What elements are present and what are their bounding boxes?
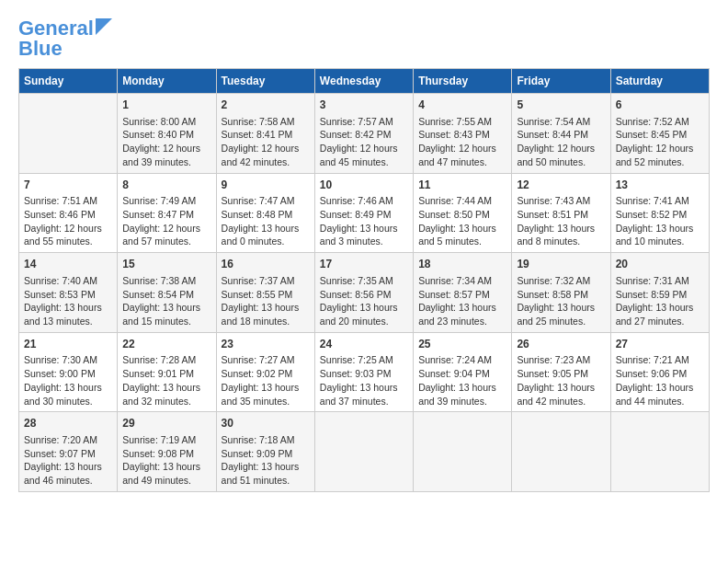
calendar-cell (19, 94, 118, 174)
day-header-monday: Monday (118, 69, 216, 94)
day-number: 25 (418, 337, 506, 352)
day-content: Sunrise: 7:27 AMSunset: 9:02 PMDaylight:… (222, 353, 310, 408)
logo: General Blue (18, 18, 112, 59)
day-number: 30 (222, 416, 310, 431)
calendar-header-row: SundayMondayTuesdayWednesdayThursdayFrid… (19, 69, 710, 94)
day-number: 20 (616, 257, 704, 272)
day-number: 17 (320, 257, 408, 272)
day-number: 26 (517, 337, 605, 352)
calendar-cell (414, 412, 512, 492)
calendar-cell: 10Sunrise: 7:46 AMSunset: 8:49 PMDayligh… (314, 173, 413, 253)
calendar-week-row: 21Sunrise: 7:30 AMSunset: 9:00 PMDayligh… (19, 332, 710, 412)
calendar-week-row: 7Sunrise: 7:51 AMSunset: 8:46 PMDaylight… (19, 173, 710, 253)
day-header-saturday: Saturday (610, 69, 709, 94)
day-number: 3 (320, 98, 408, 113)
day-content: Sunrise: 7:52 AMSunset: 8:45 PMDaylight:… (616, 115, 704, 169)
calendar-cell: 6Sunrise: 7:52 AMSunset: 8:45 PMDaylight… (610, 94, 709, 174)
day-content: Sunrise: 7:38 AMSunset: 8:54 PMDaylight:… (122, 274, 210, 328)
calendar-cell: 7Sunrise: 7:51 AMSunset: 8:46 PMDaylight… (19, 173, 118, 253)
calendar-cell: 17Sunrise: 7:35 AMSunset: 8:56 PMDayligh… (314, 253, 413, 333)
calendar-cell: 16Sunrise: 7:37 AMSunset: 8:55 PMDayligh… (216, 253, 314, 333)
day-number: 16 (222, 257, 310, 272)
day-content: Sunrise: 7:58 AMSunset: 8:41 PMDaylight:… (222, 115, 310, 169)
calendar-table: SundayMondayTuesdayWednesdayThursdayFrid… (18, 68, 710, 492)
calendar-cell: 14Sunrise: 7:40 AMSunset: 8:53 PMDayligh… (19, 253, 118, 333)
day-content: Sunrise: 7:49 AMSunset: 8:47 PMDaylight:… (122, 194, 210, 248)
calendar-cell: 9Sunrise: 7:47 AMSunset: 8:48 PMDaylight… (216, 173, 314, 253)
day-header-friday: Friday (512, 69, 610, 94)
calendar-cell: 18Sunrise: 7:34 AMSunset: 8:57 PMDayligh… (414, 253, 512, 333)
day-number: 18 (418, 257, 506, 272)
day-content: Sunrise: 7:55 AMSunset: 8:43 PMDaylight:… (418, 115, 506, 169)
day-number: 7 (24, 178, 112, 193)
day-number: 21 (24, 337, 112, 352)
day-number: 5 (517, 98, 605, 113)
day-number: 29 (122, 416, 210, 431)
calendar-cell: 27Sunrise: 7:21 AMSunset: 9:06 PMDayligh… (610, 332, 709, 412)
day-content: Sunrise: 7:19 AMSunset: 9:08 PMDaylight:… (122, 433, 210, 488)
day-number: 4 (418, 98, 506, 113)
day-header-sunday: Sunday (19, 69, 118, 94)
day-number: 2 (222, 98, 310, 113)
calendar-cell: 2Sunrise: 7:58 AMSunset: 8:41 PMDaylight… (216, 94, 314, 174)
day-content: Sunrise: 7:28 AMSunset: 9:01 PMDaylight:… (122, 353, 210, 408)
calendar-cell: 26Sunrise: 7:23 AMSunset: 9:05 PMDayligh… (512, 332, 610, 412)
calendar-cell: 3Sunrise: 7:57 AMSunset: 8:42 PMDaylight… (314, 94, 413, 174)
day-number: 19 (517, 257, 605, 272)
calendar-week-row: 1Sunrise: 8:00 AMSunset: 8:40 PMDaylight… (19, 94, 710, 174)
day-header-thursday: Thursday (414, 69, 512, 94)
day-content: Sunrise: 7:21 AMSunset: 9:06 PMDaylight:… (616, 353, 704, 408)
svg-marker-0 (96, 18, 112, 35)
day-content: Sunrise: 7:41 AMSunset: 8:52 PMDaylight:… (616, 194, 704, 248)
calendar-cell: 23Sunrise: 7:27 AMSunset: 9:02 PMDayligh… (216, 332, 314, 412)
calendar-cell: 25Sunrise: 7:24 AMSunset: 9:04 PMDayligh… (414, 332, 512, 412)
day-number: 14 (24, 257, 112, 272)
calendar-cell: 11Sunrise: 7:44 AMSunset: 8:50 PMDayligh… (414, 173, 512, 253)
calendar-cell: 28Sunrise: 7:20 AMSunset: 9:07 PMDayligh… (19, 412, 118, 492)
calendar-cell: 8Sunrise: 7:49 AMSunset: 8:47 PMDaylight… (118, 173, 216, 253)
calendar-cell (610, 412, 709, 492)
calendar-cell: 29Sunrise: 7:19 AMSunset: 9:08 PMDayligh… (118, 412, 216, 492)
day-number: 12 (517, 178, 605, 193)
day-number: 9 (222, 178, 310, 193)
day-number: 8 (122, 178, 210, 193)
day-number: 10 (320, 178, 408, 193)
day-number: 13 (616, 178, 704, 193)
calendar-cell: 22Sunrise: 7:28 AMSunset: 9:01 PMDayligh… (118, 332, 216, 412)
day-content: Sunrise: 7:31 AMSunset: 8:59 PMDaylight:… (616, 274, 704, 328)
logo-text: General (18, 18, 94, 39)
day-content: Sunrise: 7:40 AMSunset: 8:53 PMDaylight:… (24, 274, 112, 328)
calendar-cell: 24Sunrise: 7:25 AMSunset: 9:03 PMDayligh… (314, 332, 413, 412)
day-content: Sunrise: 7:54 AMSunset: 8:44 PMDaylight:… (517, 115, 605, 169)
day-content: Sunrise: 7:46 AMSunset: 8:49 PMDaylight:… (320, 194, 408, 248)
day-number: 11 (418, 178, 506, 193)
calendar-cell: 21Sunrise: 7:30 AMSunset: 9:00 PMDayligh… (19, 332, 118, 412)
logo-blue-text: Blue (18, 39, 63, 59)
day-content: Sunrise: 7:57 AMSunset: 8:42 PMDaylight:… (320, 115, 408, 169)
day-number: 23 (222, 337, 310, 352)
calendar-cell: 20Sunrise: 7:31 AMSunset: 8:59 PMDayligh… (610, 253, 709, 333)
day-number: 22 (122, 337, 210, 352)
day-number: 1 (122, 98, 210, 113)
calendar-cell: 5Sunrise: 7:54 AMSunset: 8:44 PMDaylight… (512, 94, 610, 174)
calendar-cell: 30Sunrise: 7:18 AMSunset: 9:09 PMDayligh… (216, 412, 314, 492)
calendar-week-row: 28Sunrise: 7:20 AMSunset: 9:07 PMDayligh… (19, 412, 710, 492)
day-header-wednesday: Wednesday (314, 69, 413, 94)
calendar-cell (512, 412, 610, 492)
calendar-cell (314, 412, 413, 492)
calendar-week-row: 14Sunrise: 7:40 AMSunset: 8:53 PMDayligh… (19, 253, 710, 333)
day-content: Sunrise: 7:18 AMSunset: 9:09 PMDaylight:… (222, 433, 310, 488)
day-number: 15 (122, 257, 210, 272)
day-content: Sunrise: 7:47 AMSunset: 8:48 PMDaylight:… (222, 194, 310, 248)
day-content: Sunrise: 7:24 AMSunset: 9:04 PMDaylight:… (418, 353, 506, 408)
calendar-cell: 4Sunrise: 7:55 AMSunset: 8:43 PMDaylight… (414, 94, 512, 174)
day-content: Sunrise: 7:25 AMSunset: 9:03 PMDaylight:… (320, 353, 408, 408)
calendar-cell: 19Sunrise: 7:32 AMSunset: 8:58 PMDayligh… (512, 253, 610, 333)
day-content: Sunrise: 7:35 AMSunset: 8:56 PMDaylight:… (320, 274, 408, 328)
day-content: Sunrise: 7:32 AMSunset: 8:58 PMDaylight:… (517, 274, 605, 328)
day-content: Sunrise: 7:34 AMSunset: 8:57 PMDaylight:… (418, 274, 506, 328)
logo-arrow-icon (96, 18, 112, 35)
day-content: Sunrise: 7:23 AMSunset: 9:05 PMDaylight:… (517, 353, 605, 408)
day-number: 6 (616, 98, 704, 113)
day-number: 28 (24, 416, 112, 431)
